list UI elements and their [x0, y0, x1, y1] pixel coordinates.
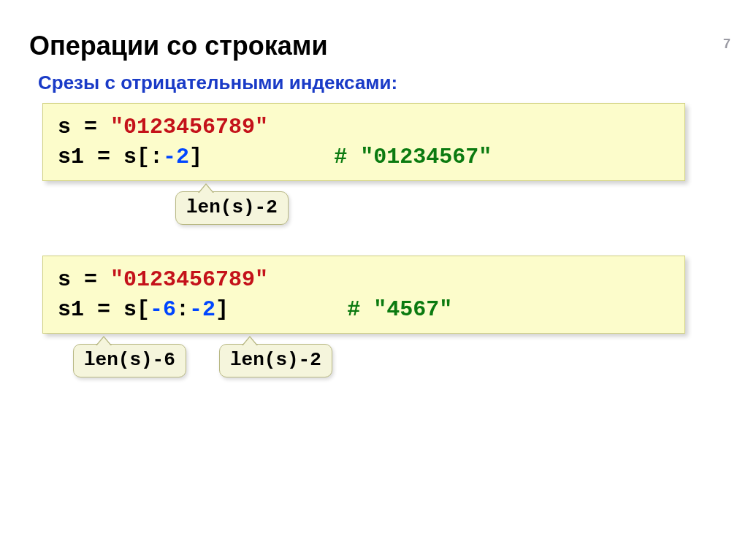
code-token: [ [137, 297, 150, 322]
code-pad [229, 297, 347, 322]
code-token: = [71, 115, 110, 139]
callout-label: len(s)-2 [175, 191, 289, 225]
code-token: = [71, 267, 110, 292]
code-line: s = "0123456789" [58, 265, 670, 295]
code-string: "0123456789" [110, 267, 268, 292]
code-token: ] [189, 145, 202, 169]
code-comment: "01234567" [360, 145, 492, 169]
code-token: s1 [58, 297, 84, 322]
code-block-1: s = "0123456789" s1 = s[:-2] # "01234567… [42, 103, 685, 181]
code-line: s1 = s[:-2] # "01234567" [58, 142, 670, 172]
code-token: = [84, 297, 123, 322]
code-token: s [58, 267, 71, 292]
code-pad [202, 145, 334, 169]
callout-label: len(s)-6 [73, 344, 186, 377]
code-token: : [150, 145, 163, 169]
code-number: -2 [189, 297, 215, 322]
slide-title: Операции со строками [29, 31, 719, 61]
code-line: s1 = s[-6:-2] # "4567" [58, 295, 670, 325]
code-token: s [123, 145, 137, 169]
page-number: 7 [723, 37, 730, 52]
code-line: s = "0123456789" [58, 112, 670, 142]
code-comment-hash: # [347, 297, 373, 322]
label-row-2: len(s)-6 len(s)-2 [29, 341, 719, 392]
callout-label: len(s)-2 [219, 344, 332, 377]
code-token: = [84, 145, 123, 169]
slide: 7 Операции со строками Срезы с отрицател… [0, 31, 748, 560]
code-comment: "4567" [373, 297, 452, 322]
code-token: s1 [58, 145, 84, 169]
code-number: -2 [163, 145, 189, 169]
code-string: "0123456789" [110, 115, 268, 139]
code-token: s [58, 115, 71, 139]
slide-subtitle: Срезы с отрицательными индексами: [38, 72, 719, 94]
code-comment-hash: # [334, 145, 360, 169]
code-number: -6 [150, 297, 176, 322]
code-token: : [176, 297, 189, 322]
code-token: ] [215, 297, 229, 322]
code-block-2: s = "0123456789" s1 = s[-6:-2] # "4567" [42, 256, 685, 334]
label-row-1: len(s)-2 [29, 188, 719, 239]
code-token: [ [137, 145, 150, 169]
code-token: s [123, 297, 137, 322]
